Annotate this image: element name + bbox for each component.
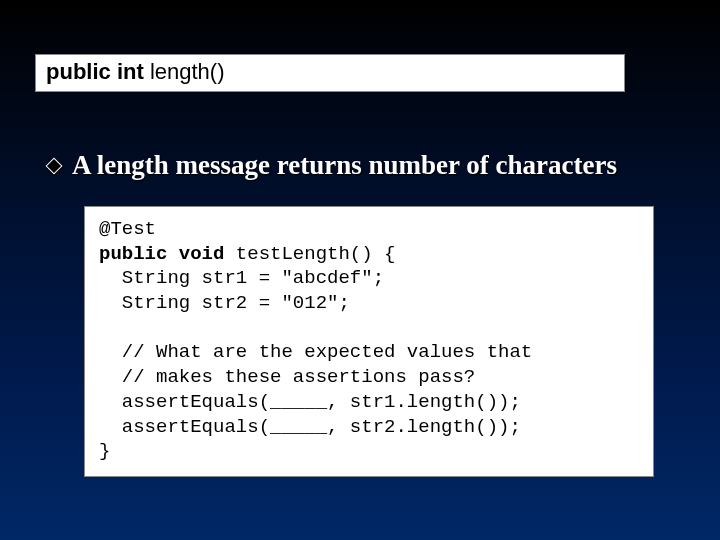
code-line-modifiers: public void xyxy=(99,243,224,265)
method-signature: public int length() xyxy=(46,59,224,84)
diamond-bullet-icon xyxy=(46,157,63,174)
code-line: assertEquals(_____, str1.length()); xyxy=(99,391,521,413)
code-line-annotation: @Test xyxy=(99,218,156,240)
code-line: assertEquals(_____, str2.length()); xyxy=(99,416,521,438)
code-line: String str1 = "abcdef"; xyxy=(99,267,384,289)
method-modifiers: public int xyxy=(46,59,144,84)
method-signature-box: public int length() xyxy=(35,54,625,92)
method-name: length() xyxy=(150,59,225,84)
code-line-signature: testLength() { xyxy=(224,243,395,265)
code-line: String str2 = "012"; xyxy=(99,292,350,314)
code-comment-line: // What are the expected values that xyxy=(99,341,532,363)
code-block: @Test public void testLength() { String … xyxy=(84,206,654,477)
bullet-text: A length message returns number of chara… xyxy=(72,150,617,181)
code-comment-line: // makes these assertions pass? xyxy=(99,366,475,388)
bullet-row: A length message returns number of chara… xyxy=(48,150,617,181)
code-line: } xyxy=(99,440,110,462)
